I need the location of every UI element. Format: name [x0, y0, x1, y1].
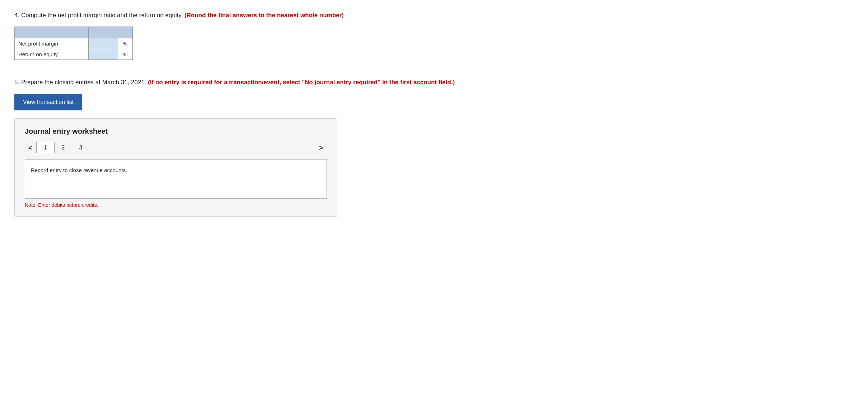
tab-2[interactable]: 2: [55, 142, 72, 153]
table-header-col2: [88, 27, 118, 38]
journal-worksheet-container: Journal entry worksheet < 1 2 3 > Record…: [14, 118, 337, 217]
entry-description-text: Record entry to close revenue accounts.: [31, 167, 127, 173]
table-header-col1: [15, 27, 89, 38]
table-header-col3: [118, 27, 132, 38]
tab-3[interactable]: 3: [72, 142, 90, 153]
return-on-equity-unit: %: [118, 49, 132, 60]
table-row: Return on equity %: [15, 49, 133, 60]
ratio-table: Net profit margin % Return on equity %: [14, 27, 133, 60]
table-row: Net profit margin %: [15, 38, 133, 49]
view-transaction-button[interactable]: View transaction list: [14, 94, 82, 110]
question-4-title-prefix: 4. Compute the net profit margin ratio a…: [14, 12, 183, 19]
worksheet-note: Note: Enter debits before credits.: [25, 202, 327, 208]
entry-description-box: Record entry to close revenue accounts.: [25, 159, 327, 199]
question-4-title: 4. Compute the net profit margin ratio a…: [14, 11, 854, 20]
return-on-equity-input-cell[interactable]: [88, 49, 118, 60]
net-profit-margin-input-cell[interactable]: [88, 38, 118, 49]
net-profit-margin-input[interactable]: [91, 40, 116, 46]
question-5-title-prefix: 5. Prepare the closing entries at March …: [14, 79, 146, 86]
tab-1[interactable]: 1: [36, 142, 55, 153]
question-4-title-highlight: (Round the final answers to the nearest …: [184, 12, 344, 19]
return-on-equity-input[interactable]: [91, 51, 116, 57]
tab-next-button[interactable]: >: [315, 142, 327, 153]
net-profit-margin-label: Net profit margin: [15, 38, 89, 49]
journal-worksheet-title: Journal entry worksheet: [25, 127, 327, 135]
question-5-title: 5. Prepare the closing entries at March …: [14, 78, 854, 87]
net-profit-margin-unit: %: [118, 38, 132, 49]
question-5-section: 5. Prepare the closing entries at March …: [14, 78, 854, 217]
return-on-equity-label: Return on equity: [15, 49, 89, 60]
tab-prev-button[interactable]: <: [25, 142, 36, 153]
question-4-section: 4. Compute the net profit margin ratio a…: [14, 11, 854, 60]
question-5-title-highlight: (If no entry is required for a transacti…: [148, 79, 455, 86]
tab-navigation: < 1 2 3 >: [25, 142, 327, 153]
